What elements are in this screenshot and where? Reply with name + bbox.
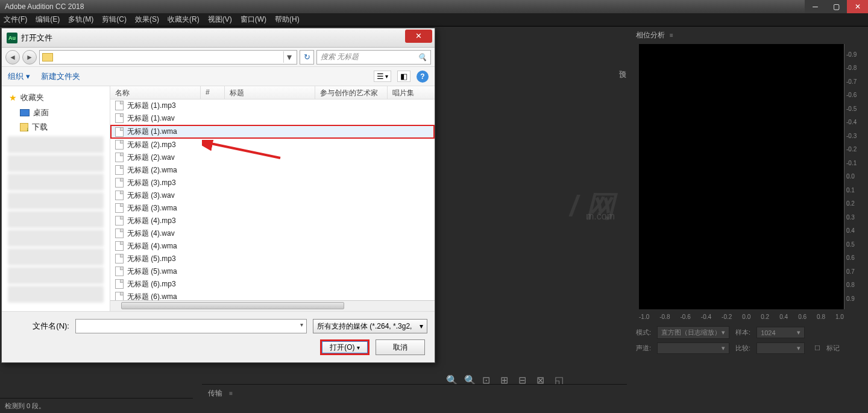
menu-favorites[interactable]: 收藏夹(R) [168, 14, 200, 25]
file-icon [115, 178, 124, 188]
view-mode-selector[interactable]: ☰▾ [374, 71, 391, 82]
window-minimize[interactable]: ─ [805, 0, 826, 13]
sidebar-favorites-header[interactable]: ★ 收藏夹 [2, 90, 110, 106]
preview-pane-toggle[interactable]: ◧ [397, 71, 410, 82]
panel-menu-icon[interactable]: ≡ [670, 32, 673, 39]
app-title: Adobe Audition CC 2018 [5, 2, 84, 11]
col-title[interactable]: 标题 [225, 86, 315, 99]
transfer-label: 传输 [208, 389, 222, 397]
file-row[interactable]: 无标题 (5).wma [110, 265, 435, 278]
window-close[interactable]: ✕ [847, 0, 868, 13]
desktop-icon [20, 109, 30, 116]
transfer-panel: 传输 ≡ [202, 384, 627, 413]
transfer-menu-icon[interactable]: ≡ [229, 390, 233, 397]
sidebar-desktop[interactable]: 桌面 [2, 106, 110, 120]
file-list-header: 名称 # 标题 参与创作的艺术家 唱片集 [110, 86, 435, 99]
nav-back-button[interactable]: ◄ [5, 50, 20, 65]
dialog-toolbar: 组织 ▾ 新建文件夹 ☰▾ ◧ ? [2, 67, 435, 86]
menu-help[interactable]: 帮助(H) [275, 14, 300, 25]
search-box[interactable]: 搜索 无标题 🔍 [316, 50, 431, 65]
file-row[interactable]: 无标题 (5).mp3 [110, 253, 435, 265]
file-name: 无标题 (6).wma [127, 292, 177, 301]
side-tab-presets[interactable]: 预设 [615, 60, 630, 70]
file-row[interactable]: 无标题 (4).mp3 [110, 215, 435, 227]
file-name: 无标题 (2).wav [127, 153, 175, 163]
menu-multitrack[interactable]: 多轨(M) [68, 14, 93, 25]
downloads-icon [20, 123, 28, 131]
file-icon [115, 153, 124, 162]
window-maximize[interactable]: ▢ [826, 0, 847, 13]
refresh-button[interactable]: ↻ [300, 50, 314, 65]
file-name: 无标题 (4).wma [127, 241, 177, 251]
dialog-titlebar: Au 打开文件 ✕ [2, 28, 435, 48]
file-name: 无标题 (4).mp3 [127, 216, 176, 226]
file-name: 无标题 (3).wma [127, 203, 177, 213]
file-name: 无标题 (5).mp3 [127, 254, 176, 264]
phase-chart: -0.9-0.8-0.7-0.6-0.5-0.4-0.3-0.2-0.10.00… [639, 44, 844, 309]
menubar: 文件(F) 编辑(E) 多轨(M) 剪辑(C) 效果(S) 收藏夹(R) 视图(… [0, 13, 868, 27]
file-name: 无标题 (1).mp3 [127, 101, 176, 111]
file-row[interactable]: 无标题 (4).wav [110, 227, 435, 240]
col-num[interactable]: # [201, 86, 225, 99]
file-row[interactable]: 无标题 (2).wma [110, 164, 435, 177]
file-row[interactable]: 无标题 (3).wma [110, 202, 435, 215]
file-row[interactable]: 无标题 (2).wav [110, 151, 435, 164]
file-list: 名称 # 标题 参与创作的艺术家 唱片集 无标题 (1).mp3无标题 (1).… [110, 86, 435, 311]
search-placeholder: 搜索 无标题 [321, 52, 359, 62]
menu-effects[interactable]: 效果(S) [135, 14, 159, 25]
nav-forward-button[interactable]: ► [22, 50, 37, 65]
file-icon [115, 292, 124, 300]
filename-input[interactable] [75, 319, 307, 333]
menu-file[interactable]: 文件(F) [4, 14, 27, 25]
file-name: 无标题 (3).wav [127, 191, 175, 201]
file-row[interactable]: 无标题 (2).mp3 [110, 139, 435, 151]
file-row[interactable]: 无标题 (6).wma [110, 291, 435, 300]
phase-x-scale: -1.0-0.8-0.6-0.4-0.20.00.20.40.60.81.0 [639, 314, 844, 320]
app-titlebar: Adobe Audition CC 2018 ─ ▢ ✕ [0, 0, 868, 13]
menu-edit[interactable]: 编辑(E) [36, 14, 60, 25]
menu-view[interactable]: 视图(V) [208, 14, 232, 25]
file-row[interactable]: 无标题 (1).wma [110, 125, 435, 139]
channel-dropdown[interactable]: ▾ [657, 342, 729, 354]
file-row[interactable]: 无标题 (6).mp3 [110, 278, 435, 291]
menu-window[interactable]: 窗口(W) [241, 14, 266, 25]
file-row[interactable]: 无标题 (1).mp3 [110, 99, 435, 112]
file-icon [115, 279, 124, 289]
file-name: 无标题 (6).mp3 [127, 279, 176, 289]
open-button[interactable]: 打开(O) ▾ [320, 339, 370, 355]
file-row[interactable]: 无标题 (3).wav [110, 189, 435, 202]
file-name: 无标题 (2).mp3 [127, 140, 176, 150]
file-icon [115, 101, 124, 110]
horizontal-scrollbar[interactable] [110, 300, 435, 311]
phase-title-text: 相位分析 [636, 30, 665, 40]
file-icon [115, 241, 124, 251]
path-box[interactable]: ▾ [39, 50, 297, 65]
file-icon [115, 216, 124, 225]
folder-icon [42, 53, 53, 61]
file-row[interactable]: 无标题 (1).wav [110, 112, 435, 125]
filetype-dropdown[interactable]: 所有支持的媒体 (*.264, *.3g2,▾ [313, 319, 427, 333]
col-artist[interactable]: 参与创作的艺术家 [315, 86, 388, 99]
col-name[interactable]: 名称 [110, 86, 201, 99]
file-name: 无标题 (1).wma [127, 127, 177, 137]
file-icon [115, 191, 124, 200]
cancel-button[interactable]: 取消 [376, 339, 425, 355]
status-segments: 检测到 0 段。 [5, 402, 45, 411]
mode-dropdown[interactable]: 直方图（日志缩放）▾ [657, 326, 729, 339]
sample-label: 样本: [735, 328, 750, 337]
path-dropdown-icon[interactable]: ▾ [283, 51, 294, 63]
sidebar-downloads[interactable]: 下载 [2, 120, 110, 134]
col-album[interactable]: 唱片集 [388, 86, 435, 99]
file-row[interactable]: 无标题 (4).wma [110, 240, 435, 253]
file-row[interactable]: 无标题 (3).mp3 [110, 177, 435, 189]
organize-button[interactable]: 组织 ▾ [8, 71, 30, 82]
dialog-footer: 文件名(N): ▾ 所有支持的媒体 (*.264, *.3g2,▾ 打开(O) … [2, 311, 435, 362]
help-icon[interactable]: ? [417, 71, 429, 83]
window-controls: ─ ▢ ✕ [805, 0, 868, 13]
dialog-close-button[interactable]: ✕ [405, 30, 432, 43]
menu-clip[interactable]: 剪辑(C) [102, 14, 127, 25]
new-folder-button[interactable]: 新建文件夹 [41, 71, 80, 82]
sample-dropdown[interactable]: 1024▾ [756, 327, 805, 338]
compare-dropdown[interactable]: ▾ [756, 342, 805, 354]
file-name: 无标题 (1).wav [127, 113, 175, 124]
